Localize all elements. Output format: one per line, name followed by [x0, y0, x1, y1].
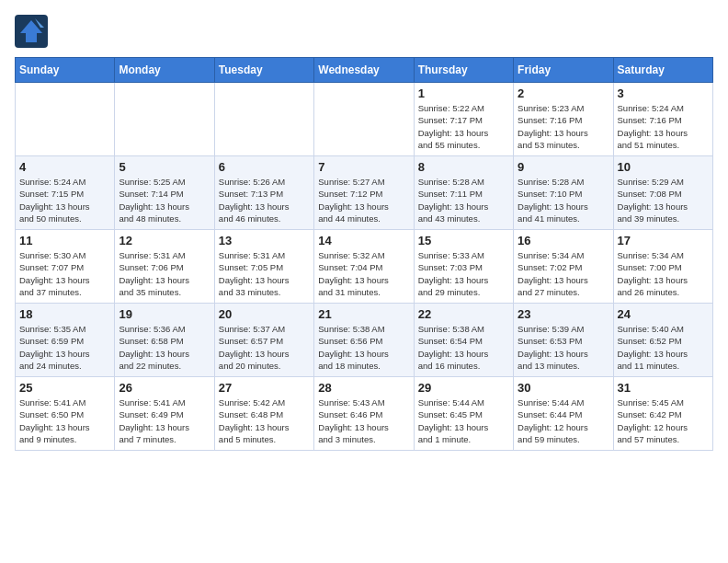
day-info: Sunrise: 5:25 AM Sunset: 7:14 PM Dayligh… [119, 176, 210, 224]
day-info: Sunrise: 5:41 AM Sunset: 6:50 PM Dayligh… [19, 396, 110, 445]
day-number: 27 [219, 381, 310, 395]
calendar-cell: 2Sunrise: 5:23 AM Sunset: 7:16 PM Daylig… [514, 83, 613, 156]
calendar-cell: 14Sunrise: 5:32 AM Sunset: 7:04 PM Dayli… [314, 230, 414, 304]
day-number: 11 [19, 234, 110, 247]
day-number: 8 [418, 160, 509, 174]
calendar-cell: 15Sunrise: 5:33 AM Sunset: 7:03 PM Dayli… [414, 230, 513, 304]
week-row-3: 11Sunrise: 5:30 AM Sunset: 7:07 PM Dayli… [16, 230, 713, 304]
week-row-5: 25Sunrise: 5:41 AM Sunset: 6:50 PM Dayli… [16, 377, 713, 451]
calendar-cell: 7Sunrise: 5:27 AM Sunset: 7:12 PM Daylig… [314, 156, 414, 230]
calendar-cell: 6Sunrise: 5:26 AM Sunset: 7:13 PM Daylig… [214, 156, 313, 230]
day-info: Sunrise: 5:34 AM Sunset: 7:00 PM Dayligh… [618, 249, 709, 298]
day-number: 5 [119, 160, 210, 174]
day-info: Sunrise: 5:45 AM Sunset: 6:42 PM Dayligh… [618, 396, 709, 445]
day-number: 19 [119, 307, 210, 321]
calendar-cell: 1Sunrise: 5:22 AM Sunset: 7:17 PM Daylig… [414, 83, 513, 156]
calendar-cell: 23Sunrise: 5:39 AM Sunset: 6:53 PM Dayli… [514, 304, 613, 377]
day-info: Sunrise: 5:40 AM Sunset: 6:52 PM Dayligh… [618, 323, 709, 372]
day-info: Sunrise: 5:43 AM Sunset: 6:46 PM Dayligh… [318, 396, 409, 445]
day-number: 4 [19, 160, 110, 174]
day-info: Sunrise: 5:44 AM Sunset: 6:45 PM Dayligh… [418, 396, 509, 445]
week-row-1: 1Sunrise: 5:22 AM Sunset: 7:17 PM Daylig… [16, 83, 713, 156]
calendar-cell: 31Sunrise: 5:45 AM Sunset: 6:42 PM Dayli… [613, 377, 712, 451]
day-info: Sunrise: 5:31 AM Sunset: 7:05 PM Dayligh… [219, 249, 310, 298]
calendar-cell: 18Sunrise: 5:35 AM Sunset: 6:59 PM Dayli… [16, 304, 115, 377]
calendar-cell: 25Sunrise: 5:41 AM Sunset: 6:50 PM Dayli… [16, 377, 115, 451]
week-row-2: 4Sunrise: 5:24 AM Sunset: 7:15 PM Daylig… [16, 156, 713, 230]
weekday-header-sunday: Sunday [16, 58, 115, 83]
calendar-cell: 26Sunrise: 5:41 AM Sunset: 6:49 PM Dayli… [115, 377, 214, 451]
day-number: 15 [418, 234, 509, 247]
logo-icon [15, 15, 48, 48]
day-info: Sunrise: 5:41 AM Sunset: 6:49 PM Dayligh… [119, 396, 210, 445]
calendar-cell: 24Sunrise: 5:40 AM Sunset: 6:52 PM Dayli… [613, 304, 712, 377]
day-number: 29 [418, 381, 509, 395]
day-number: 10 [618, 160, 709, 174]
calendar-cell: 8Sunrise: 5:28 AM Sunset: 7:11 PM Daylig… [414, 156, 513, 230]
calendar-cell: 13Sunrise: 5:31 AM Sunset: 7:05 PM Dayli… [214, 230, 313, 304]
calendar-cell [214, 83, 313, 156]
day-number: 1 [418, 86, 509, 100]
weekday-header-thursday: Thursday [414, 58, 513, 83]
day-info: Sunrise: 5:33 AM Sunset: 7:03 PM Dayligh… [418, 249, 509, 298]
day-info: Sunrise: 5:26 AM Sunset: 7:13 PM Dayligh… [219, 176, 310, 224]
week-row-4: 18Sunrise: 5:35 AM Sunset: 6:59 PM Dayli… [16, 304, 713, 377]
day-info: Sunrise: 5:42 AM Sunset: 6:48 PM Dayligh… [219, 396, 310, 445]
day-info: Sunrise: 5:30 AM Sunset: 7:07 PM Dayligh… [19, 249, 110, 298]
day-number: 6 [219, 160, 310, 174]
day-info: Sunrise: 5:31 AM Sunset: 7:06 PM Dayligh… [119, 249, 210, 298]
calendar-cell: 20Sunrise: 5:37 AM Sunset: 6:57 PM Dayli… [214, 304, 313, 377]
day-number: 7 [318, 160, 409, 174]
day-number: 20 [219, 307, 310, 321]
day-info: Sunrise: 5:35 AM Sunset: 6:59 PM Dayligh… [19, 323, 110, 372]
weekday-header-friday: Friday [514, 58, 613, 83]
logo [15, 15, 53, 48]
calendar-cell: 30Sunrise: 5:44 AM Sunset: 6:44 PM Dayli… [514, 377, 613, 451]
day-info: Sunrise: 5:27 AM Sunset: 7:12 PM Dayligh… [318, 176, 409, 224]
day-number: 12 [119, 234, 210, 247]
day-number: 30 [518, 381, 609, 395]
calendar-cell [16, 83, 115, 156]
day-info: Sunrise: 5:39 AM Sunset: 6:53 PM Dayligh… [518, 323, 609, 372]
calendar-cell: 29Sunrise: 5:44 AM Sunset: 6:45 PM Dayli… [414, 377, 513, 451]
weekday-header-monday: Monday [115, 58, 214, 83]
calendar-cell: 28Sunrise: 5:43 AM Sunset: 6:46 PM Dayli… [314, 377, 414, 451]
day-number: 18 [19, 307, 110, 321]
day-info: Sunrise: 5:34 AM Sunset: 7:02 PM Dayligh… [518, 249, 609, 298]
calendar-cell: 22Sunrise: 5:38 AM Sunset: 6:54 PM Dayli… [414, 304, 513, 377]
calendar-cell: 3Sunrise: 5:24 AM Sunset: 7:16 PM Daylig… [613, 83, 712, 156]
day-number: 26 [119, 381, 210, 395]
day-info: Sunrise: 5:23 AM Sunset: 7:16 PM Dayligh… [518, 102, 609, 151]
day-info: Sunrise: 5:22 AM Sunset: 7:17 PM Dayligh… [418, 102, 509, 151]
calendar-table: SundayMondayTuesdayWednesdayThursdayFrid… [15, 57, 713, 451]
day-number: 24 [618, 307, 709, 321]
day-info: Sunrise: 5:44 AM Sunset: 6:44 PM Dayligh… [518, 396, 609, 445]
day-info: Sunrise: 5:28 AM Sunset: 7:10 PM Dayligh… [518, 176, 609, 224]
calendar-cell: 10Sunrise: 5:29 AM Sunset: 7:08 PM Dayli… [613, 156, 712, 230]
calendar-cell: 16Sunrise: 5:34 AM Sunset: 7:02 PM Dayli… [514, 230, 613, 304]
day-number: 3 [618, 86, 709, 100]
calendar-cell: 4Sunrise: 5:24 AM Sunset: 7:15 PM Daylig… [16, 156, 115, 230]
day-number: 16 [518, 234, 609, 247]
day-info: Sunrise: 5:24 AM Sunset: 7:16 PM Dayligh… [618, 102, 709, 151]
day-number: 17 [618, 234, 709, 247]
day-number: 25 [19, 381, 110, 395]
day-number: 2 [518, 86, 609, 100]
calendar-cell [314, 83, 414, 156]
day-number: 22 [418, 307, 509, 321]
day-info: Sunrise: 5:36 AM Sunset: 6:58 PM Dayligh… [119, 323, 210, 372]
calendar-cell: 27Sunrise: 5:42 AM Sunset: 6:48 PM Dayli… [214, 377, 313, 451]
calendar-cell: 11Sunrise: 5:30 AM Sunset: 7:07 PM Dayli… [16, 230, 115, 304]
weekday-header-saturday: Saturday [613, 58, 712, 83]
day-info: Sunrise: 5:32 AM Sunset: 7:04 PM Dayligh… [318, 249, 409, 298]
weekday-header-wednesday: Wednesday [314, 58, 414, 83]
day-number: 9 [518, 160, 609, 174]
calendar-cell [115, 83, 214, 156]
day-number: 31 [618, 381, 709, 395]
day-info: Sunrise: 5:29 AM Sunset: 7:08 PM Dayligh… [618, 176, 709, 224]
day-info: Sunrise: 5:37 AM Sunset: 6:57 PM Dayligh… [219, 323, 310, 372]
calendar-cell: 5Sunrise: 5:25 AM Sunset: 7:14 PM Daylig… [115, 156, 214, 230]
day-info: Sunrise: 5:24 AM Sunset: 7:15 PM Dayligh… [19, 176, 110, 224]
day-info: Sunrise: 5:38 AM Sunset: 6:56 PM Dayligh… [318, 323, 409, 372]
calendar-cell: 12Sunrise: 5:31 AM Sunset: 7:06 PM Dayli… [115, 230, 214, 304]
